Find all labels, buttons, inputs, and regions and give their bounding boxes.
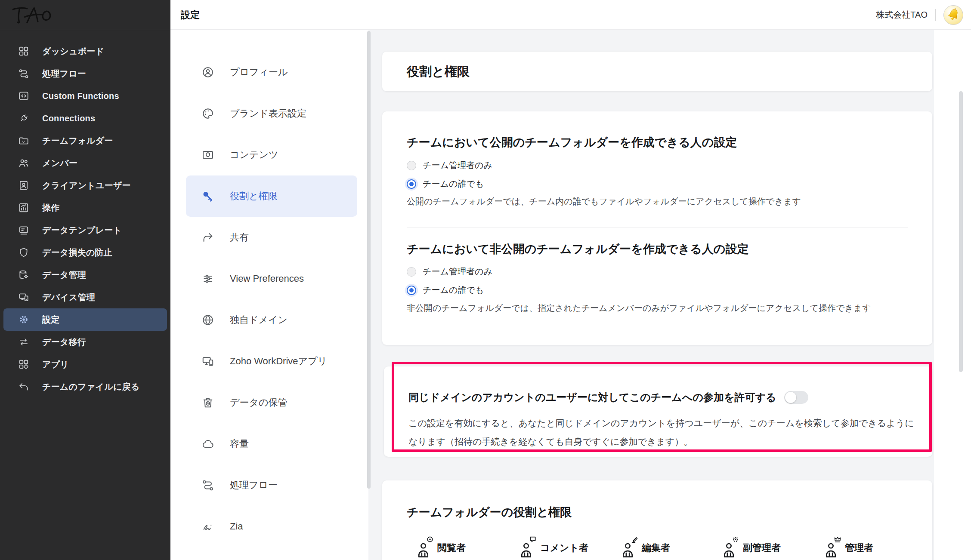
settings-nav-storage[interactable]: 容量 xyxy=(170,423,368,465)
public-admins-only-option[interactable]: チーム管理者のみ xyxy=(407,160,492,171)
sidebar-item-team-folders[interactable]: チームフォルダー xyxy=(3,129,167,152)
settings-nav-zia[interactable]: Zia xyxy=(170,506,368,547)
sidebar-item-dashboard[interactable]: ダッシュボード xyxy=(3,40,167,62)
settings-nav-workdrive-apps[interactable]: Zoho WorkDriveアプリ xyxy=(170,341,368,382)
settings-nav-label: コンテンツ xyxy=(230,148,278,161)
roles-heading: チームフォルダーの役割と権限 xyxy=(407,505,572,520)
code-icon xyxy=(18,90,29,102)
settings-nav-label: Zia xyxy=(230,521,243,532)
apps-icon xyxy=(18,359,29,370)
role-admin: 管理者 xyxy=(824,535,873,560)
sidebar-item-data-templates[interactable]: データテンプレート xyxy=(3,219,167,241)
settings-nav-content[interactable]: コンテンツ xyxy=(170,134,368,175)
public-anyone-option[interactable]: チームの誰でも xyxy=(407,178,484,190)
settings-nav-profile[interactable]: プロフィール xyxy=(170,52,368,93)
radio-unselected[interactable] xyxy=(407,267,416,277)
sidebar-item-client-users[interactable]: クライアントユーザー xyxy=(3,174,167,197)
subnav-scrollbar-thumb[interactable] xyxy=(367,31,371,489)
trash-clock-icon xyxy=(201,396,214,409)
client-users-icon xyxy=(18,180,29,191)
sidebar-item-custom-functions[interactable]: Custom Functions xyxy=(3,85,167,107)
sidebar-item-data-admin[interactable]: データ管理 xyxy=(3,264,167,286)
sidebar-item-dlp[interactable]: データ損失の防止 xyxy=(3,241,167,264)
devices-icon xyxy=(201,355,214,368)
folder-creation-settings-card: チームにおいて公開のチームフォルダーを作成できる人の設定 チーム管理者のみ チー… xyxy=(382,111,932,345)
devices-icon xyxy=(18,292,29,303)
workflow-icon xyxy=(201,479,214,492)
profile-icon xyxy=(201,66,214,79)
return-arrow-icon xyxy=(18,381,29,392)
sidebar-item-apps[interactable]: アプリ xyxy=(3,353,167,375)
sidebar-item-label: Connections xyxy=(42,114,95,123)
page-title-card: 役割と権限 xyxy=(382,52,932,91)
main-scrollbar-thumb[interactable] xyxy=(959,91,963,372)
logo-area xyxy=(0,0,170,30)
domain-join-card: 同じドメインのアカウントのユーザーに対してこのチームへの参加を許可する この設定… xyxy=(384,366,932,457)
sidebar-item-label: データ損失の防止 xyxy=(42,247,112,258)
domain-join-label: 同じドメインのアカウントのユーザーに対してこのチームへの参加を許可する xyxy=(408,391,776,404)
sub-admin-person-icon xyxy=(722,535,738,560)
settings-nav-workflow[interactable]: 処理フロー xyxy=(170,465,368,506)
editor-person-icon xyxy=(621,535,637,560)
sidebar-item-label: 処理フロー xyxy=(42,68,86,80)
sidebar-item-label: チームのファイルに戻る xyxy=(42,381,139,393)
admin-person-icon xyxy=(824,535,840,560)
settings-nav-custom-domain[interactable]: 独自ドメイン xyxy=(170,299,368,341)
radio-unselected[interactable] xyxy=(407,161,416,170)
domain-join-toggle[interactable] xyxy=(784,391,808,404)
plug-icon xyxy=(18,113,29,124)
bell-icon xyxy=(946,7,961,23)
radio-selected[interactable] xyxy=(407,286,416,295)
zia-signature-icon xyxy=(201,520,214,533)
private-admins-only-option[interactable]: チーム管理者のみ xyxy=(407,266,492,277)
palette-icon xyxy=(201,107,214,120)
sidebar-item-workflow[interactable]: 処理フロー xyxy=(3,62,167,85)
settings-nav-label: 共有 xyxy=(230,231,249,244)
sidebar-item-label: データテンプレート xyxy=(42,225,122,236)
sidebar-item-connections[interactable]: Connections xyxy=(3,107,167,129)
sidebar-item-back-to-team-files[interactable]: チームのファイルに戻る xyxy=(3,375,167,398)
tao-logo xyxy=(12,5,55,24)
private-anyone-option[interactable]: チームの誰でも xyxy=(407,284,484,296)
viewer-eye-icon xyxy=(426,535,434,543)
role-editor: 編集者 xyxy=(621,535,670,560)
shield-icon xyxy=(18,247,29,258)
settings-nav-roles-permissions[interactable]: 役割と権限 xyxy=(186,175,357,217)
public-folder-description: 公開のチームフォルダーでは、チーム内の誰でもファイルやフォルダーにアクセスして操… xyxy=(407,196,801,207)
sidebar-item-label: 操作 xyxy=(42,202,59,214)
sidebar-item-members[interactable]: メンバー xyxy=(3,152,167,174)
sidebar-item-label: デバイス管理 xyxy=(42,292,95,303)
sidebar-item-device-mgmt[interactable]: デバイス管理 xyxy=(3,286,167,308)
crown-icon xyxy=(834,535,841,543)
role-sub-admin: 副管理者 xyxy=(722,535,781,560)
commenter-person-icon xyxy=(519,535,535,560)
toggle-knob xyxy=(785,392,796,403)
topbar-right: 株式会社TAO xyxy=(876,0,963,30)
primary-sidebar: ダッシュボード 処理フロー Custom Functions Connectio… xyxy=(0,0,170,560)
operations-chart-icon xyxy=(18,202,29,213)
sidebar-item-operations[interactable]: 操作 xyxy=(3,197,167,219)
settings-nav-sharing[interactable]: 共有 xyxy=(170,217,368,258)
settings-nav-view-preferences[interactable]: View Preferences xyxy=(170,258,368,299)
globe-icon xyxy=(201,314,214,326)
radio-selected[interactable] xyxy=(407,179,416,189)
team-folder-roles-card: チームフォルダーの役割と権限 閲覧者 コメント者 編集者 副管理者 xyxy=(382,480,932,560)
sidebar-item-label: アプリ xyxy=(42,359,69,370)
settings-nav-label: データの保管 xyxy=(230,396,288,409)
settings-nav-data-retention[interactable]: データの保管 xyxy=(170,382,368,423)
gear-badge-icon xyxy=(732,535,739,543)
settings-nav-label: Zoho WorkDriveアプリ xyxy=(230,355,327,368)
topbar-divider xyxy=(935,9,936,21)
gear-icon xyxy=(18,314,29,325)
settings-nav-label: 役割と権限 xyxy=(230,190,278,203)
sidebar-item-label: 設定 xyxy=(42,314,59,326)
page-header-title: 設定 xyxy=(181,0,200,30)
sidebar-item-label: ダッシュボード xyxy=(42,46,104,57)
settings-nav-branding[interactable]: ブランド表示設定 xyxy=(170,93,368,134)
sidebar-item-settings[interactable]: 設定 xyxy=(3,308,167,331)
database-gear-icon xyxy=(18,269,29,280)
settings-subnav: プロフィール ブランド表示設定 コンテンツ 役割と権限 共有 View Pref… xyxy=(170,30,368,560)
user-avatar[interactable] xyxy=(943,5,963,25)
section-divider xyxy=(407,228,908,228)
sidebar-item-data-migration[interactable]: データ移行 xyxy=(3,331,167,353)
